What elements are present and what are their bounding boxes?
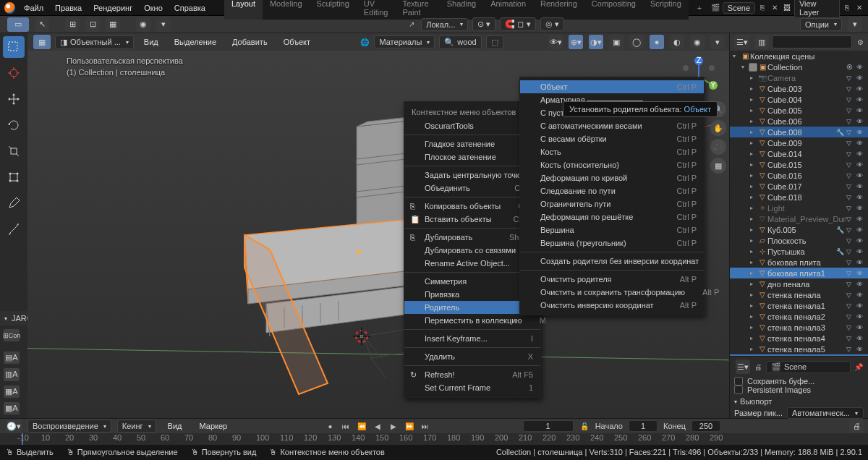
outliner-row[interactable]: ▸▽Cube.006▽👁 — [730, 116, 868, 127]
workspace-add-button[interactable]: + — [692, 1, 707, 15]
outliner-row[interactable]: ▸▽Cube.015▽👁 — [730, 159, 868, 170]
snap-toggle[interactable]: 🧲 ◻ ▾ — [500, 17, 535, 31]
outliner-row[interactable]: ▸▽Cube.003▽👁 — [730, 83, 868, 94]
snap-grid-icon[interactable]: ⊞ — [65, 17, 80, 32]
menu-Файл[interactable]: Файл — [18, 1, 49, 14]
nav-camera-icon[interactable]: 🎥 — [710, 139, 726, 155]
gizmo-icon[interactable]: ⊕▾ — [569, 35, 583, 49]
autokey-icon[interactable]: ● — [325, 421, 335, 431]
shade-render-icon[interactable]: ◉ — [690, 35, 705, 49]
outliner-row[interactable]: ▸▽Material_Preview_Dummy▽👁 — [730, 213, 868, 224]
outliner-row[interactable]: ▸▽Cube.004▽👁 — [730, 94, 868, 105]
workspace-tab-rendering[interactable]: Rendering — [533, 0, 584, 20]
options-dropdown[interactable]: Опции — [800, 18, 842, 31]
outliner-row[interactable]: ▸▽Cube.018▽👁 — [730, 192, 868, 203]
shade-options-icon[interactable]: ▾ — [710, 35, 725, 49]
orientation-dropdown[interactable]: Локал... — [421, 18, 468, 31]
tool-select-box[interactable] — [3, 36, 25, 58]
outliner-row[interactable]: ▸▽Cube.017▽👁 — [730, 181, 868, 192]
props-editor-icon[interactable]: ☰▾ — [736, 359, 750, 374]
outliner-row[interactable]: ▸⊹Пустышка🔧▽👁 — [730, 246, 868, 257]
tool-transform[interactable] — [3, 166, 25, 188]
origin-icon[interactable]: ◉ — [136, 17, 150, 32]
menu-item[interactable]: Set Current Frame1 — [404, 381, 540, 394]
outliner-row[interactable]: ▸▽стенка пенала5▽👁 — [730, 344, 868, 354]
scene-name-field[interactable]: Scene — [723, 2, 755, 14]
workspace-tab-shading[interactable]: Shading — [440, 0, 483, 20]
outliner-row[interactable]: ▸▱Плоскость▽👁 — [730, 235, 868, 246]
outliner-collection[interactable]: ▾▣Collection⦿👁 — [730, 61, 868, 72]
timeline-marker-menu[interactable]: Маркер — [193, 419, 233, 433]
menu-item[interactable]: Деформация по решёткеCtrl P — [520, 210, 704, 223]
tool-cursor[interactable] — [3, 62, 25, 84]
timeline-view-menu[interactable]: Вид — [162, 419, 188, 433]
shade-wire-icon[interactable]: ◯ — [629, 35, 644, 49]
overlay-icon[interactable]: ▾ — [848, 17, 862, 32]
orientation-icon[interactable]: ↗ — [407, 20, 417, 30]
shade-matprev-icon[interactable]: ◐ — [670, 35, 684, 49]
menu-item[interactable]: Вершина (треугольник)Ctrl P — [520, 237, 704, 250]
outliner-row[interactable]: ▸▽стенка пенала1▽👁 — [730, 300, 868, 311]
view-menu[interactable]: Вид — [138, 35, 164, 48]
menu-item[interactable]: КостьCtrl P — [520, 145, 704, 158]
snap-vert-icon[interactable]: ⊡ — [85, 17, 100, 32]
menu-Правка[interactable]: Правка — [49, 1, 88, 14]
jarch-btn-a[interactable]: ▤A — [3, 351, 20, 365]
menu-item[interactable]: Переместить в коллекциюM — [404, 314, 540, 327]
menu-item[interactable]: Очистить родителяAlt P — [520, 273, 704, 286]
outliner-row[interactable]: ▸▽Cube.009▽👁 — [730, 137, 868, 148]
play-icon[interactable]: ▶ — [388, 421, 399, 431]
viewlayer-del-icon[interactable]: ✕ — [854, 3, 864, 13]
tool-rotate[interactable] — [3, 114, 25, 136]
snap-edge-icon[interactable]: ▦ — [106, 17, 120, 32]
props-scene-field[interactable]: 🎬 Scene — [766, 361, 851, 373]
outliner-row[interactable]: ▸📷Camera▽👁 — [730, 72, 868, 83]
end-frame-field[interactable]: 250 — [692, 420, 720, 432]
menu-item[interactable]: С автоматическими весамиCtrl P — [520, 119, 704, 132]
outliner-row[interactable]: ▸▽стенка пенала3▽👁 — [730, 322, 868, 333]
menu-Окно[interactable]: Окно — [138, 1, 169, 14]
outliner-row[interactable]: ▸▽дно пенала▽👁 — [730, 278, 868, 289]
mode-dropdown[interactable]: ◨ Объектный ... — [55, 35, 134, 49]
search-field[interactable]: 🔍 wood — [439, 35, 481, 49]
outliner-search-input[interactable] — [772, 35, 852, 48]
outliner-row[interactable]: ▸☀Light▽👁 — [730, 203, 868, 213]
workspace-tab-compositing[interactable]: Compositing — [584, 0, 643, 20]
menu-item[interactable]: УдалитьX — [404, 350, 540, 363]
current-frame-field[interactable]: 1 — [523, 420, 574, 432]
persistent-images-checkbox[interactable] — [734, 386, 743, 394]
tool-scale[interactable] — [3, 140, 25, 162]
add-menu[interactable]: Добавить — [226, 35, 273, 48]
menu-item[interactable]: Деформация по кривойCtrl P — [520, 171, 704, 184]
jarch-btn-b[interactable]: ▥A — [3, 367, 20, 381]
menu-item[interactable]: ↻Refresh!Alt F5 — [404, 368, 540, 381]
workspace-tab-scripting[interactable]: Scripting — [643, 0, 689, 20]
workspace-tab-texture paint[interactable]: Texture Paint — [395, 0, 439, 20]
workspace-tab-sculpting[interactable]: Sculpting — [310, 0, 357, 20]
viewport-section-label[interactable]: Вьюпорт — [740, 397, 772, 406]
tool-measure[interactable] — [3, 218, 25, 240]
outliner-row[interactable]: ▸▽стенка пенала2▽👁 — [730, 311, 868, 322]
prev-key-icon[interactable]: ⏪ — [357, 421, 367, 431]
outliner-row[interactable]: ▸▽стенка пенала4▽👁 — [730, 333, 868, 344]
jump-end-icon[interactable]: ⏭ — [420, 421, 430, 431]
outliner-tree[interactable]: ▾▣Коллекция сцены▾▣Collection⦿👁▸📷Camera▽… — [730, 51, 868, 356]
scene-new-icon[interactable]: ⎘ — [758, 3, 767, 13]
outliner-filter-icon[interactable]: ⚙ — [855, 37, 865, 47]
menu-item[interactable]: Очистить и сохранить трансформациюAlt P — [520, 286, 704, 299]
menu-item[interactable]: Ограничитель путиCtrl P — [520, 197, 704, 210]
workspace-tab-modeling[interactable]: Modeling — [263, 0, 310, 20]
outliner-display-icon[interactable]: ▥ — [754, 35, 769, 49]
menu-item[interactable]: Кость (относительно)Ctrl P — [520, 158, 704, 171]
outliner-root[interactable]: ▾▣Коллекция сцены — [730, 51, 868, 61]
proportional-edit[interactable]: ◎ ▾ — [540, 17, 564, 31]
jump-start-icon[interactable]: ⏮ — [341, 421, 351, 431]
next-key-icon[interactable]: ⏩ — [404, 421, 414, 431]
play-rev-icon[interactable]: ◀ — [373, 421, 383, 431]
props-pin-icon[interactable]: 📌 — [854, 362, 864, 372]
outliner-row[interactable]: ▸▽Cube.008🔧▽👁 — [730, 127, 868, 137]
shade-solid-icon[interactable]: ● — [650, 35, 664, 49]
cursor-tool-icon[interactable]: ▭ — [7, 17, 29, 32]
workspace-tab-uv editing[interactable]: UV Editing — [357, 0, 396, 20]
overlay-toggle-icon[interactable]: ◑▾ — [589, 35, 603, 49]
